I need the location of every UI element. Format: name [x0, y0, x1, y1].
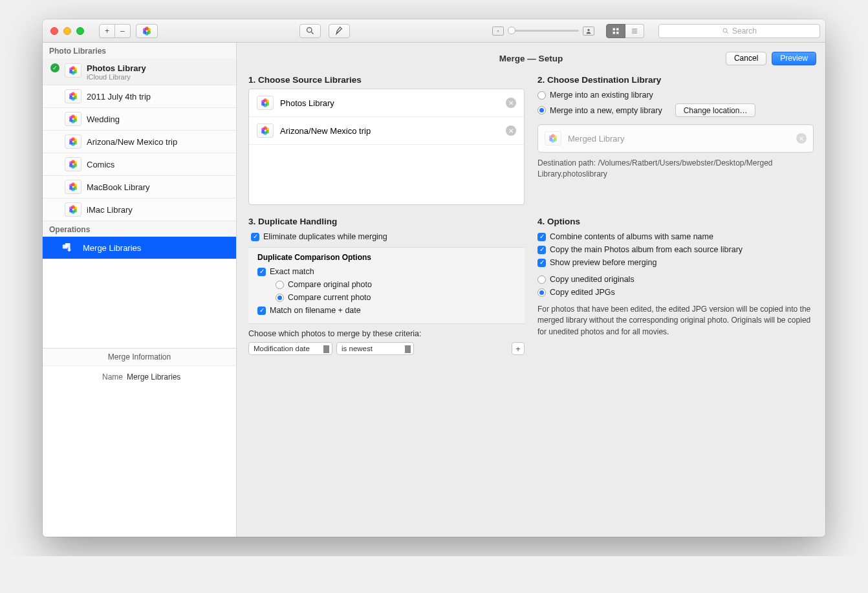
close-window-button[interactable] [50, 27, 58, 35]
library-row[interactable]: iMac Library [43, 199, 236, 221]
checkbox-exact-match[interactable]: Exact match [257, 265, 518, 278]
library-row[interactable]: ✓ Photos Library iCloud Library [43, 58, 236, 85]
merge-icon [62, 242, 76, 253]
sidebar-section-libraries: Photo Libraries [43, 43, 236, 58]
section-duplicate-handling: 3. Duplicate Handling Eliminate duplicat… [248, 217, 525, 355]
destination-path: Destination path: /Volumes/Ratbert/Users… [537, 158, 814, 180]
minimize-window-button[interactable] [63, 27, 71, 35]
photos-library-icon [65, 180, 81, 194]
section-options: 4. Options Combine contents of albums wi… [537, 217, 814, 355]
add-button[interactable]: + [99, 24, 115, 38]
criteria-field-select[interactable]: Modification date▴▾ [248, 342, 332, 355]
checkbox-match-filename-date[interactable]: Match on filename + date [257, 304, 518, 317]
source-library-item[interactable]: Photos Library ✕ [249, 89, 524, 117]
section-title: 1. Choose Source Libraries [248, 75, 525, 85]
svg-point-47 [69, 161, 72, 164]
detail-pane: Merge — Setup Cancel Preview 1. Choose S… [237, 43, 825, 537]
svg-point-35 [69, 116, 72, 119]
search-icon [722, 27, 730, 35]
search-input[interactable]: Search [658, 24, 820, 38]
photos-mode-button[interactable] [136, 24, 158, 38]
radio-icon [537, 106, 546, 114]
section-title: 2. Choose Destination Library [537, 75, 814, 85]
library-row[interactable]: Wedding [43, 108, 236, 131]
library-row[interactable]: 2011 July 4th trip [43, 85, 236, 108]
zoom-window-button[interactable] [76, 27, 84, 35]
library-name: Wedding [87, 114, 120, 124]
radio-icon [537, 275, 546, 284]
radio-copy-unedited[interactable]: Copy unedited originals [537, 273, 814, 286]
photos-library-icon [65, 112, 81, 126]
checkmark-icon: ✓ [50, 63, 60, 72]
svg-rect-11 [613, 32, 616, 34]
svg-line-17 [727, 32, 729, 34]
merge-info-label: Name [52, 372, 123, 382]
svg-line-7 [312, 32, 314, 34]
radio-compare-original[interactable]: Compare original photo [276, 278, 518, 291]
checkbox-eliminate-duplicates[interactable]: Eliminate duplicates while merging [251, 230, 525, 243]
svg-rect-10 [616, 28, 619, 30]
checkbox-icon [537, 233, 546, 241]
operation-merge-libraries[interactable]: Merge Libraries [43, 237, 236, 259]
criteria-note: Choose which photos to merge by these cr… [248, 329, 525, 338]
library-row[interactable]: Comics [43, 153, 236, 176]
page-title: Merge — Setup [499, 54, 563, 63]
person-icon [583, 27, 594, 36]
svg-point-16 [723, 28, 727, 32]
list-icon [631, 27, 638, 35]
svg-point-68 [261, 100, 265, 103]
svg-point-80 [549, 135, 552, 138]
remove-source-button[interactable]: ✕ [506, 125, 516, 136]
checkbox-combine-albums[interactable]: Combine contents of albums with same nam… [537, 230, 814, 243]
svg-point-5 [143, 28, 146, 31]
list-view-button[interactable] [625, 24, 644, 38]
broom-button[interactable] [329, 24, 350, 38]
radio-compare-current[interactable]: Compare current photo [276, 291, 518, 304]
radio-copy-edited[interactable]: Copy edited JPGs [537, 286, 814, 299]
library-row[interactable]: MacBook Library [43, 176, 236, 199]
svg-rect-62 [68, 247, 70, 250]
merge-info-value: Merge Libraries [127, 372, 180, 382]
svg-point-74 [261, 127, 265, 131]
add-criteria-button[interactable]: + [512, 342, 525, 355]
add-remove-group: + – [99, 24, 131, 38]
svg-point-8 [587, 28, 589, 30]
inspect-button[interactable] [299, 24, 321, 38]
preview-button[interactable]: Preview [772, 52, 816, 65]
change-location-button[interactable]: Change location… [675, 103, 756, 117]
app-window: + – ▫ [43, 19, 825, 537]
svg-point-29 [69, 93, 72, 96]
criteria-operator-select[interactable]: is newest▴▾ [336, 342, 414, 355]
svg-point-53 [69, 184, 72, 187]
source-library-item[interactable]: Arizona/New Mexico trip ✕ [249, 117, 524, 145]
cancel-button[interactable]: Cancel [726, 52, 766, 65]
svg-rect-12 [616, 32, 619, 34]
checkbox-copy-main-album[interactable]: Copy the main Photos album from each sou… [537, 243, 814, 256]
destination-name: Merged Library [568, 134, 790, 144]
remove-source-button[interactable]: ✕ [506, 98, 516, 108]
photos-library-icon [65, 157, 81, 171]
library-name: Photos Library [87, 63, 146, 73]
radio-merge-new[interactable]: Merge into a new, empty library Change l… [537, 102, 814, 119]
photos-app-icon [142, 26, 152, 36]
thumbnail-size-control[interactable]: ▫ [492, 27, 594, 36]
clear-destination-button[interactable]: ✕ [796, 133, 807, 144]
section-source-libraries: 1. Choose Source Libraries Photos Librar… [248, 75, 525, 205]
magnifier-icon [305, 26, 315, 36]
svg-rect-61 [65, 243, 71, 247]
remove-button[interactable]: – [115, 24, 131, 38]
size-slider[interactable] [508, 30, 579, 32]
broom-icon [334, 26, 344, 36]
checkbox-icon [537, 259, 546, 267]
section-title: 3. Duplicate Handling [248, 217, 525, 226]
grid-view-button[interactable] [606, 24, 625, 38]
checkbox-show-preview[interactable]: Show preview before merging [537, 256, 814, 269]
photos-library-icon [65, 202, 81, 217]
sidebar: Photo Libraries ✓ Photos Library iCloud … [43, 43, 237, 537]
destination-library-field[interactable]: Merged Library ✕ [537, 124, 814, 153]
photos-library-icon [545, 131, 561, 146]
detail-header: Merge — Setup Cancel Preview [237, 43, 825, 67]
radio-merge-existing[interactable]: Merge into an existing library [537, 89, 814, 102]
library-row[interactable]: Arizona/New Mexico trip [43, 131, 236, 153]
section-destination-library: 2. Choose Destination Library Merge into… [537, 75, 814, 205]
